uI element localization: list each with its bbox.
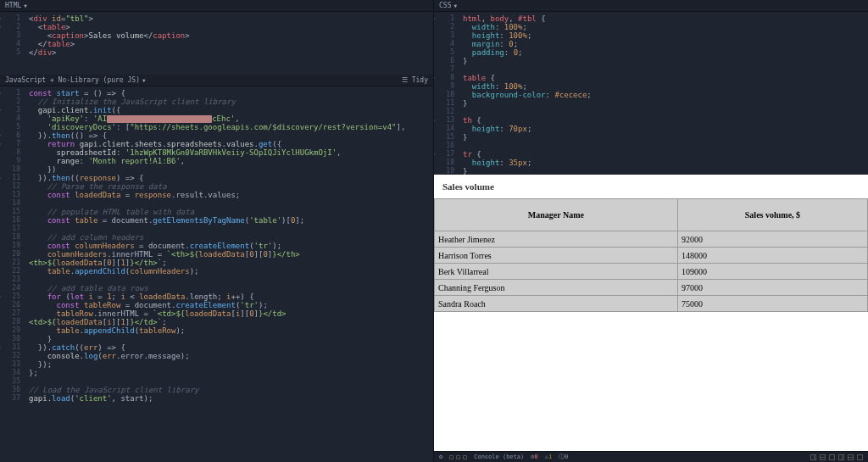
table-cell: 97000 [677,280,867,296]
control-box-icon[interactable] [463,455,467,459]
layout-tabs-icon[interactable] [857,454,863,460]
html-gutter: 1▾2▾345 [0,12,24,75]
table-cell: Channing Ferguson [435,280,678,296]
chevron-down-icon: ▼ [24,3,27,8]
table-header-row: Manager NameSales volume, $ [435,199,868,231]
layout-grid-icon[interactable] [829,454,835,460]
table-cell: 148000 [677,248,867,264]
layout-bottom-icon[interactable] [848,454,854,460]
fold-toggle-icon[interactable]: ▾ [0,174,2,182]
table-header-cell: Sales volume, $ [677,199,867,231]
left-column: HTML▼ 1▾2▾345 <div id="tbl"> <table> <ca… [0,0,434,462]
css-panel-header[interactable]: CSS▼ [434,0,868,12]
badge-info: ⓘ0 [559,453,568,461]
fold-toggle-icon[interactable]: ▾ [0,89,2,97]
result-preview: Sales volume Manager NameSales volume, $… [434,175,868,451]
control-box-icon[interactable] [449,455,453,459]
run-controls [449,455,467,459]
fold-toggle-icon[interactable]: ▾ [0,292,2,301]
table-row: Sandra Roach75000 [435,296,868,312]
right-column: CSS▼ 1▾2345678▾910111213▾14151617▾1819 h… [434,0,868,462]
css-editor[interactable]: 1▾2345678▾910111213▾14151617▾1819 html, … [434,12,868,175]
chevron-down-icon: ▼ [453,3,457,8]
html-code-area[interactable]: <div id="tbl"> <table> <caption>Sales vo… [25,12,433,75]
fold-toggle-icon[interactable]: ▾ [0,14,2,23]
table-row: Harrison Torres148000 [435,248,868,264]
badge-warnings: ⚠1 [545,454,552,460]
js-editor[interactable]: 1▾23▾456▾7▾891011▾1213141516171819202122… [0,86,433,462]
table-row: Berk Villarreal109000 [435,264,868,280]
css-code-area[interactable]: html, body, #tbl { width: 100%; height: … [459,12,868,175]
layout-horizontal-icon[interactable] [820,454,826,460]
fold-toggle-icon[interactable]: ▾ [434,74,436,82]
table-cell: Harrison Torres [435,248,678,264]
table-row: Heather Jimenez92000 [435,231,868,248]
css-panel-label: CSS▼ [439,2,457,9]
table-cell: 109000 [677,264,867,280]
table-cell: Heather Jimenez [435,231,678,248]
table-row: Channing Ferguson97000 [435,280,868,296]
app-root: HTML▼ 1▾2▾345 <div id="tbl"> <table> <ca… [0,0,868,462]
js-panel-header[interactable]: JavaScript + No-Library (pure JS)▼ ☰ Tid… [0,75,433,86]
js-gutter: 1▾23▾456▾7▾891011▾1213141516171819202122… [0,86,24,462]
layout-vertical-icon[interactable] [810,454,816,460]
fold-toggle-icon[interactable]: ▾ [0,343,2,352]
control-box-icon[interactable] [456,455,460,459]
settings-icon[interactable]: ⚙ [439,454,442,460]
fold-toggle-icon[interactable]: ▾ [0,106,2,114]
fold-toggle-icon[interactable]: ▾ [0,23,2,31]
layout-right-icon[interactable] [838,454,844,460]
js-panel-label: JavaScript + No-Library (pure JS)▼ [5,76,146,84]
fold-toggle-icon[interactable]: ▾ [0,131,2,140]
console-toggle[interactable]: Console (beta) [474,454,524,460]
fold-toggle-icon[interactable]: ▾ [434,116,436,125]
badge-errors: ⊘0 [531,454,537,460]
css-gutter: 1▾2345678▾910111213▾14151617▾1819 [434,12,458,175]
js-code-area[interactable]: const start = () => { // Initialize the … [25,86,433,462]
html-panel-header[interactable]: HTML▼ [0,0,433,12]
tidy-button[interactable]: ☰ Tidy [402,76,428,84]
html-editor[interactable]: 1▾2▾345 <div id="tbl"> <table> <caption>… [0,12,433,75]
table-cell: Berk Villarreal [435,264,678,280]
fold-toggle-icon[interactable]: ▾ [434,150,436,159]
result-table: Manager NameSales volume, $ Heather Jime… [434,198,868,312]
table-cell: 75000 [677,296,867,312]
html-panel-label: HTML▼ [5,2,27,9]
fold-toggle-icon[interactable]: ▾ [0,140,2,148]
table-cell: 92000 [677,231,867,248]
fold-toggle-icon[interactable]: ▾ [434,14,436,23]
statusbar: ⚙ Console (beta) ⊘0 ⚠1 ⓘ0 [434,451,868,462]
layout-switcher [810,454,863,460]
chevron-down-icon: ▼ [142,77,146,83]
table-cell: Sandra Roach [435,296,678,312]
table-caption: Sales volume [434,175,868,198]
table-body: Heather Jimenez92000Harrison Torres14800… [435,231,868,312]
table-header-cell: Manager Name [435,199,678,231]
